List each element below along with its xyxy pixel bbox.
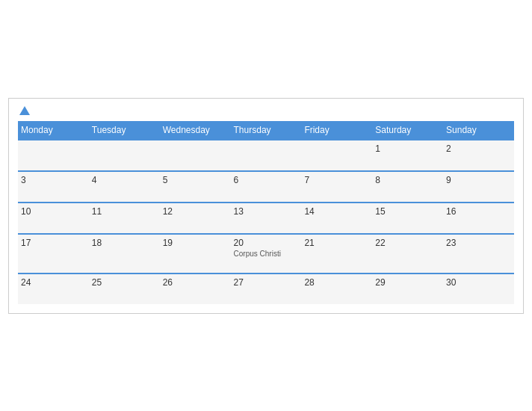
- weekday-header-friday: Friday: [301, 121, 372, 140]
- calendar-cell: 7: [301, 171, 372, 203]
- day-number: 1: [375, 143, 440, 154]
- calendar-cell: 13: [231, 203, 302, 234]
- day-number: 16: [446, 206, 511, 217]
- calendar-cell: 19: [160, 234, 231, 274]
- day-number: 15: [375, 206, 440, 217]
- calendar-cell: 15: [372, 203, 443, 234]
- day-number: 10: [21, 206, 86, 217]
- calendar-cell: 23: [443, 234, 514, 274]
- day-number: 18: [92, 238, 157, 248]
- calendar-cell: 5: [160, 171, 231, 203]
- calendar-cell: 1: [372, 140, 443, 171]
- calendar-cell: 11: [89, 203, 160, 234]
- weekday-header-monday: Monday: [18, 121, 89, 140]
- day-number: 26: [163, 277, 228, 288]
- weekday-header-thursday: Thursday: [231, 121, 302, 140]
- calendar-cell: 18: [89, 234, 160, 274]
- calendar-cell: [89, 140, 160, 171]
- calendar-row-3: 17181920Corpus Christi212223: [18, 234, 514, 274]
- calendar-cell: 27: [231, 274, 302, 304]
- day-number: 19: [163, 238, 228, 248]
- calendar-table: MondayTuesdayWednesdayThursdayFridaySatu…: [18, 121, 514, 304]
- weekday-header-tuesday: Tuesday: [89, 121, 160, 140]
- calendar-cell: 30: [443, 274, 514, 304]
- day-number: 27: [234, 277, 299, 288]
- calendar-cell: 28: [301, 274, 372, 304]
- day-number: 11: [92, 206, 157, 217]
- day-number: 9: [446, 175, 511, 185]
- day-number: 21: [304, 238, 369, 248]
- day-number: 17: [21, 238, 86, 248]
- day-number: 14: [304, 206, 369, 217]
- day-number: 29: [375, 277, 440, 288]
- calendar-cell: 4: [89, 171, 160, 203]
- day-number: 7: [304, 175, 369, 185]
- day-number: 30: [446, 277, 511, 288]
- calendar-row-4: 24252627282930: [18, 274, 514, 304]
- calendar-header: [18, 106, 514, 115]
- day-number: 13: [234, 206, 299, 217]
- calendar-cell: 10: [18, 203, 89, 234]
- day-number: 2: [446, 143, 511, 154]
- day-number: 6: [234, 175, 299, 185]
- logo: [18, 106, 31, 115]
- calendar-cell: 2: [443, 140, 514, 171]
- calendar-cell: 12: [160, 203, 231, 234]
- calendar-wrapper: MondayTuesdayWednesdayThursdayFridaySatu…: [8, 98, 524, 314]
- day-number: 25: [92, 277, 157, 288]
- day-number: 3: [21, 175, 86, 185]
- calendar-cell: 9: [443, 171, 514, 203]
- calendar-cell: 6: [231, 171, 302, 203]
- day-number: 8: [375, 175, 440, 185]
- day-number: 20: [234, 238, 299, 248]
- day-number: 22: [375, 238, 440, 248]
- day-number: 12: [163, 206, 228, 217]
- calendar-row-2: 10111213141516: [18, 203, 514, 234]
- weekday-header-row: MondayTuesdayWednesdayThursdayFridaySatu…: [18, 121, 514, 140]
- calendar-cell: [18, 140, 89, 171]
- day-number: 23: [446, 238, 511, 248]
- weekday-header-wednesday: Wednesday: [160, 121, 231, 140]
- calendar-cell: [160, 140, 231, 171]
- calendar-row-0: 12: [18, 140, 514, 171]
- calendar-cell: [231, 140, 302, 171]
- calendar-cell: 3: [18, 171, 89, 203]
- day-number: 24: [21, 277, 86, 288]
- calendar-cell: 29: [372, 274, 443, 304]
- calendar-cell: 17: [18, 234, 89, 274]
- calendar-cell: 26: [160, 274, 231, 304]
- calendar-cell: 20Corpus Christi: [231, 234, 302, 274]
- calendar-cell: [301, 140, 372, 171]
- calendar-cell: 8: [372, 171, 443, 203]
- calendar-cell: 24: [18, 274, 89, 304]
- calendar-cell: 14: [301, 203, 372, 234]
- event-label: Corpus Christi: [234, 250, 299, 258]
- calendar-row-1: 3456789: [18, 171, 514, 203]
- weekday-header-saturday: Saturday: [372, 121, 443, 140]
- day-number: 5: [163, 175, 228, 185]
- day-number: 28: [304, 277, 369, 288]
- calendar-cell: 25: [89, 274, 160, 304]
- weekday-header-sunday: Sunday: [443, 121, 514, 140]
- calendar-cell: 21: [301, 234, 372, 274]
- day-number: 4: [92, 175, 157, 185]
- calendar-cell: 16: [443, 203, 514, 234]
- calendar-cell: 22: [372, 234, 443, 274]
- logo-triangle-icon: [19, 106, 30, 115]
